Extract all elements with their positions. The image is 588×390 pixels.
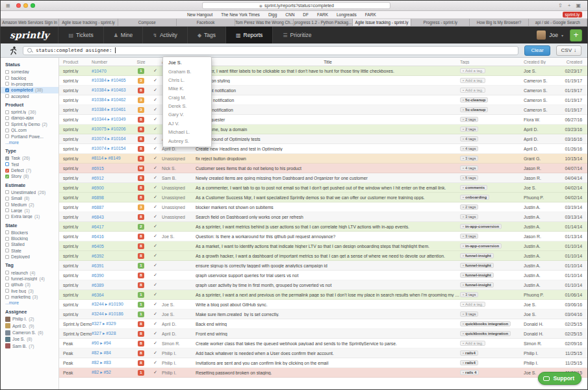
tag-chip[interactable]: funnel-insight [460,263,494,268]
checkbox[interactable] [5,122,9,126]
ticket-number-link[interactable]: #327 ▸ #329 [92,321,133,326]
table-row[interactable]: sprint.ly#10384 ▸ #104623✓…sation notifi… [59,95,587,105]
sidebar-item-task[interactable]: ✓Task(26) [1,155,58,161]
more-link[interactable]: ...more [5,140,19,145]
nav-item-prioritize[interactable]: ☰Prioritize [272,27,321,43]
favorites-item-cnn[interactable]: CNN [285,12,294,17]
table-row[interactable]: Peak#90 ▸ #948✓Simon R.Create worker cla… [59,339,587,348]
sidebar-item-sprint-ly[interactable]: sprint.ly(36) [1,109,58,115]
ticket-number-link[interactable]: #10074 ▸ #10154 [92,146,133,151]
nav-item-tags[interactable]: ◆Tags [187,27,225,43]
ticket-number-link[interactable]: #82 ▸ #52 [92,370,133,375]
browser-tab[interactable]: api / ski - Google Search [529,19,587,26]
tag-chip[interactable]: 2 tags [460,127,478,132]
sprintly-bookmark-badge[interactable]: sprint.ly [563,12,582,18]
table-row[interactable]: sprint.ly#10344 ▸ #103498✓…ter requester… [59,115,587,125]
checkbox[interactable] [5,255,9,259]
table-row[interactable]: sprint.ly#64058✓As a market, I want to i… [59,241,587,251]
tag-chip[interactable]: Add a tag. [460,88,485,93]
ticket-number-link[interactable]: #90 ▸ #94 [92,341,133,346]
tag-chip[interactable]: quickbooks integration [460,331,511,336]
sidebar-item-more[interactable]: ...more [1,300,58,306]
ticket-number-link[interactable]: #10384 ▸ #10461 [92,107,133,112]
ticket-number-link[interactable]: #6416 [92,234,133,239]
sprintly-logo[interactable]: sprintly [1,30,58,40]
ticket-number-link[interactable]: #6390 [92,273,133,278]
sidebar-item-sprint-ly-demo[interactable]: Sprint.ly Demo(2) [1,121,58,127]
tag-chip[interactable]: 5c-cleanup [460,107,488,112]
user-menu[interactable]: Joe ▾ [537,30,570,40]
tag-chip[interactable]: rails4 [460,360,478,365]
zoom-window-button[interactable] [31,3,35,8]
tag-chip[interactable]: Add a tag. [460,302,485,307]
ticket-number-link[interactable]: #6389 [92,283,133,287]
tag-chip[interactable]: 5 tags [460,175,478,180]
sidebar-item-philip-i[interactable]: Philip I.(2) [1,316,58,323]
sidebar-item-deployed[interactable]: Deployed [1,254,58,260]
favorites-item-longreads[interactable]: Longreads [337,12,357,17]
tag-chip[interactable]: 3 tags [460,214,478,219]
favorites-item-fark[interactable]: FARK [317,12,328,17]
checkbox[interactable] [5,208,9,212]
table-row[interactable]: Sprint.ly Demo#327 ▸ #3298✓April D.Back … [59,319,587,329]
table-row[interactable]: Peak#82 ▸ #848✓Philip I.Add back whateve… [59,348,587,358]
sidebar-item-stalled[interactable]: Stalled [1,241,58,247]
table-row[interactable]: sprint.ly#104701✓As a user, I want filte… [59,66,587,76]
tag-chip[interactable]: in-app-conversion [460,243,502,249]
table-row[interactable]: sprint.ly#64172✓As a sprinter, I want me… [59,222,587,232]
checkbox[interactable] [5,295,9,299]
browser-tab[interactable]: How Big Is My Browser? [470,19,528,26]
tag-chip[interactable]: 3 tags [460,156,478,161]
sidebar-item-state[interactable]: State [1,248,58,254]
table-row[interactable]: sprint.ly#10384 ▸ #104653✓…tification st… [59,76,587,86]
ticket-number-link[interactable]: #6364 [92,293,133,297]
sidebar-item-sam-b[interactable]: Sam B.(7) [1,343,58,349]
tab-overview-icon[interactable]: ▣ [576,3,581,8]
ticket-number-link[interactable]: #10344 ▸ #10349 [92,117,133,122]
sidebar-item-extra-large[interactable]: Extra large(1) [1,213,58,219]
table-row[interactable]: sprint.ly#10075 ▸ #102068✓…s a name, buy… [59,125,587,134]
ticket-number-link[interactable]: #6912 [92,176,133,180]
checkbox[interactable]: ✓ [5,169,9,173]
table-row[interactable]: sprint.ly#10074 ▸ #101648✓April D.Second… [59,134,587,144]
sidebar-item-accepted[interactable]: accepted [1,93,58,99]
tag-chip[interactable]: funnel-insight [460,273,494,278]
nav-item-activity[interactable]: ↯Activity [142,27,187,43]
checkbox[interactable] [5,197,9,201]
clear-button[interactable]: Clear [524,45,550,56]
ticket-number-link[interactable]: #6915 [92,166,133,171]
checkbox[interactable]: ✓ [5,156,9,160]
ticket-number-link[interactable]: #10470 [92,69,133,73]
table-row[interactable]: sprint.ly#64168✓Joe S.Question: Is there… [59,232,587,241]
table-row[interactable]: sprint.ly#10384 ▸ #104638✓…mment notific… [59,86,587,95]
table-row[interactable]: sprint.ly#63641✓As a sprinter, I want a … [59,290,587,300]
checkbox[interactable] [5,276,9,280]
dropdown-item-aj-v[interactable]: AJ V. [163,119,211,128]
dropdown-item-gary-v[interactable]: Gary V. [163,110,211,119]
ticket-number-link[interactable]: #6843 [92,215,133,219]
ticket-number-link[interactable]: #82 ▸ #83 [92,360,133,365]
dropdown-item-derek-s[interactable]: Derek S. [163,102,211,110]
browser-tab[interactable]: Facebook [177,19,235,26]
ticket-number-link[interactable]: #10384 ▸ #10463 [92,88,133,93]
sidebar-item-github[interactable]: github(3) [1,282,58,287]
sidebar-item-completed[interactable]: ✓completed(38) [1,87,58,93]
sidebar-item-blocking[interactable]: Blocking [1,236,58,241]
dropdown-item-joe-s[interactable]: Joe S. [163,58,211,67]
sidebar-item-test[interactable]: Test [1,162,58,167]
checkbox[interactable] [5,289,9,293]
sidebar-item-small[interactable]: Small(8) [1,195,58,201]
tag-chip[interactable]: 5c-cleanup [460,97,488,103]
sidebar-item-someday[interactable]: someday [1,69,58,75]
table-row[interactable]: sprint.ly#10074 ▸ #101548✓April D.Create… [59,144,587,154]
checkbox[interactable] [5,162,9,166]
tag-chip[interactable]: 4 tags [460,146,478,151]
checkbox[interactable] [5,190,9,194]
close-window-button[interactable] [16,3,21,8]
sidebar-item-more[interactable]: ...more [1,140,58,145]
table-row[interactable]: sprint.ly#63908✓graph uservoice support … [59,271,587,280]
table-row[interactable]: Peak#82 ▸ #838✓Philip I.Invitations are … [59,358,587,368]
tag-chip[interactable]: onboarding [460,195,489,200]
ticket-number-link[interactable]: #10075 ▸ #10206 [92,127,133,132]
sidebar-item-relaunch[interactable]: relaunch(4) [1,269,58,275]
